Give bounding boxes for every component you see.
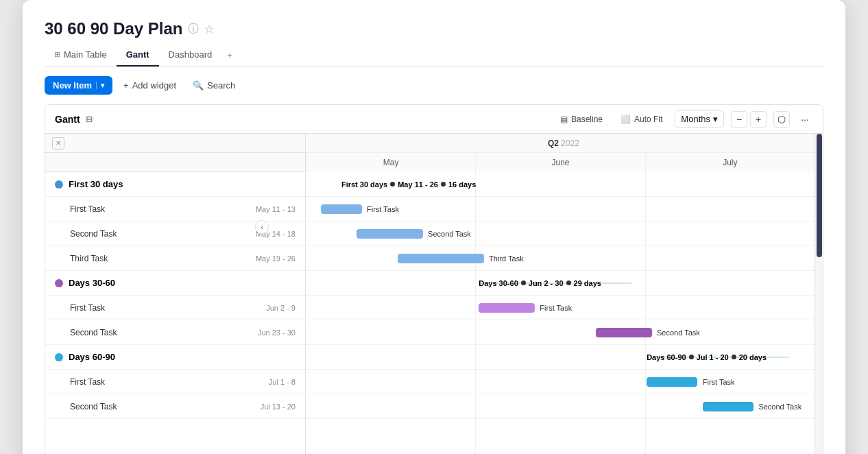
- bar-label-g2t2: Second Task: [657, 328, 700, 337]
- chart-rows: First 30 days May 11 - 26 16 days First …: [306, 172, 815, 454]
- bar-g1t2[interactable]: [357, 229, 422, 239]
- bar-g2t1[interactable]: [479, 303, 535, 313]
- app-window: 30 60 90 Day Plan ⓘ ☆ ⊞ Main Table Gantt…: [23, 0, 845, 454]
- search-button[interactable]: 🔍 Search: [187, 77, 241, 94]
- bar-g3t2[interactable]: [703, 402, 754, 411]
- gantt-title: Gantt: [55, 114, 80, 125]
- chart-row-g2t2: Second Task: [306, 320, 815, 345]
- bar-label-g2t1: First Task: [540, 304, 572, 312]
- group-dot-days30-60: [55, 279, 63, 287]
- plus-icon: +: [123, 80, 129, 91]
- gantt-toolbar: Gantt ⊟ ▤ Baseline ⬜ Auto Fit Months ▾ −: [45, 105, 823, 134]
- months-select[interactable]: Months ▾: [675, 110, 724, 128]
- tab-dashboard[interactable]: Dashboard: [159, 45, 222, 67]
- new-item-button[interactable]: New Item ▾: [45, 76, 112, 95]
- baseline-icon: ▤: [560, 115, 568, 124]
- task-row-g2t2: Second Task Jun 23 - 30: [45, 320, 306, 345]
- task-row-g3t2: Second Task Jul 13 - 20: [45, 394, 306, 419]
- task-row-g3t1: First Task Jul 1 - 8: [45, 370, 306, 394]
- task-row-g1t3: Third Task May 19 - 26: [45, 246, 306, 271]
- autofit-icon: ⬜: [620, 115, 631, 124]
- group-row-first30: First 30 days: [45, 172, 306, 197]
- empty-row: [45, 419, 306, 454]
- chart-row-group2: Days 30-60 Jun 2 - 30 29 days: [306, 271, 815, 296]
- chevron-down-icon: ▾: [96, 82, 104, 89]
- close-panel-button[interactable]: ✕: [52, 137, 64, 150]
- month-july: July: [645, 153, 815, 172]
- chart-row-group1: First 30 days May 11 - 26 16 days: [306, 172, 815, 197]
- chevron-down-icon: ▾: [713, 114, 718, 124]
- quarter-header: Q2 2022: [306, 134, 815, 153]
- month-june: June: [475, 153, 644, 172]
- add-widget-button[interactable]: + Add widget: [118, 77, 182, 94]
- gantt-right-panel: Q2 2022 May June July: [306, 134, 815, 454]
- bar-label-g1t2: Second Task: [428, 230, 471, 238]
- arrow-left-icon: ‹: [261, 223, 263, 231]
- scrollbar-thumb[interactable]: [817, 134, 822, 257]
- title-row: 30 60 90 Day Plan ⓘ ☆: [45, 19, 823, 38]
- page-title: 30 60 90 Day Plan: [45, 19, 182, 38]
- bar-g1t3[interactable]: [398, 254, 484, 263]
- group3-bar-label: Days 60-90 Jul 1 - 20 20 days: [647, 353, 767, 361]
- scrollbar-track[interactable]: [815, 134, 823, 454]
- group-row-days60-90: Days 60-90: [45, 345, 306, 370]
- chart-row-g3t2: Second Task: [306, 394, 815, 419]
- group-dot-first30: [55, 180, 63, 189]
- zoom-out-button[interactable]: −: [731, 111, 747, 128]
- toolbar-row: New Item ▾ + Add widget 🔍 Search: [45, 76, 823, 95]
- bar-label-g3t2: Second Task: [758, 403, 801, 411]
- collapse-panel-button[interactable]: ‹: [255, 220, 269, 234]
- chart-row-group3: Days 60-90 Jul 1 - 20 20 days: [306, 345, 815, 370]
- task-row-g2t1: First Task Jun 2 - 9: [45, 296, 306, 320]
- chart-row-g1t2: Second Task: [306, 222, 815, 246]
- chart-row-g2t1: First Task: [306, 296, 815, 320]
- group-row-days30-60: Days 30-60: [45, 271, 306, 296]
- info-icon[interactable]: ⓘ: [188, 22, 199, 36]
- table-icon: ⊞: [54, 50, 60, 59]
- bar-label-g1t3: Third Task: [489, 254, 524, 263]
- search-icon: 🔍: [193, 80, 204, 91]
- bar-g3t1[interactable]: [647, 377, 697, 387]
- chart-empty-row: [306, 419, 815, 454]
- chart-row-g3t1: First Task: [306, 370, 815, 394]
- bar-g1t1[interactable]: [321, 204, 361, 214]
- export-button[interactable]: ⬡: [773, 111, 790, 128]
- left-header: ✕: [45, 134, 305, 153]
- gantt-container: Gantt ⊟ ▤ Baseline ⬜ Auto Fit Months ▾ −: [45, 104, 823, 454]
- quarter-label: Q2 2022: [306, 139, 815, 148]
- bar-g2t2[interactable]: [596, 328, 652, 337]
- month-may: May: [306, 153, 475, 172]
- month-header-row: May June July: [306, 153, 815, 172]
- tab-gantt[interactable]: Gantt: [117, 45, 159, 67]
- group2-bar-label: Days 30-60 Jun 2 - 30 29 days: [479, 279, 601, 287]
- chart-row-g1t3: Third Task: [306, 246, 815, 271]
- zoom-controls: − +: [731, 111, 767, 128]
- gantt-title-area: Gantt ⊟: [55, 114, 93, 125]
- tabs-row: ⊞ Main Table Gantt Dashboard +: [45, 45, 823, 67]
- zoom-in-button[interactable]: +: [750, 111, 767, 128]
- task-row-g1t1: First Task May 11 - 13: [45, 197, 306, 222]
- autofit-button[interactable]: ⬜ Auto Fit: [615, 112, 668, 127]
- gantt-left-panel: ✕ First 30 days First Task May 11 - 13 S…: [45, 134, 306, 454]
- bar-label-g1t1: First Task: [367, 205, 399, 213]
- group-dot-days60-90: [55, 353, 63, 361]
- more-options-button[interactable]: ···: [797, 111, 813, 128]
- gantt-body: ✕ First 30 days First Task May 11 - 13 S…: [45, 134, 823, 454]
- gantt-toolbar-right: ▤ Baseline ⬜ Auto Fit Months ▾ − + ⬡ ···: [555, 110, 813, 128]
- add-tab-button[interactable]: +: [221, 46, 238, 66]
- chart-row-g1t1: First Task: [306, 197, 815, 222]
- star-icon[interactable]: ☆: [204, 23, 214, 36]
- filter-icon[interactable]: ⊟: [86, 115, 93, 124]
- tab-main-table[interactable]: ⊞ Main Table: [45, 45, 117, 67]
- left-subheader: [45, 153, 305, 172]
- bar-label-g3t1: First Task: [703, 378, 735, 386]
- baseline-button[interactable]: ▤ Baseline: [555, 112, 608, 127]
- group1-bar-label: First 30 days May 11 - 26 16 days: [341, 180, 476, 189]
